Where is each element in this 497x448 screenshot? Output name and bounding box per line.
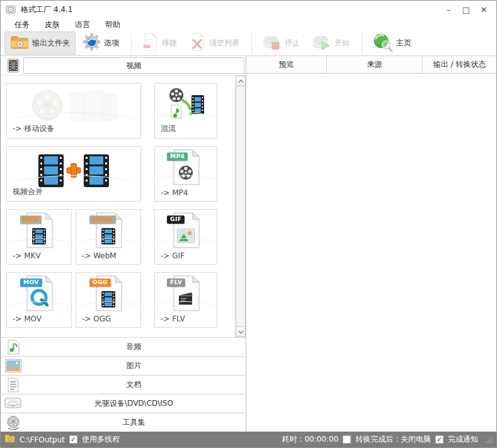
category-toolkit[interactable]: 工具集 xyxy=(1,413,246,432)
column-source[interactable]: 来源 xyxy=(327,56,423,73)
output-path[interactable]: C:\FFOutput xyxy=(20,435,65,444)
category-document[interactable]: 文档 xyxy=(1,375,246,394)
options-button[interactable]: 选项 xyxy=(77,30,125,56)
category-disc[interactable]: 光驱设备\DVD\CD\ISO xyxy=(1,394,246,413)
video-join-icon xyxy=(7,153,140,188)
card-video-join[interactable]: 视频合并 xyxy=(6,146,141,202)
remove-label: 移除 xyxy=(162,38,177,49)
menu-help[interactable]: 帮助 xyxy=(98,19,128,31)
card-label: -> MOV xyxy=(13,314,42,323)
disc-drive-icon xyxy=(3,397,23,410)
scroll-up-button[interactable] xyxy=(236,76,246,86)
multithread-checkbox[interactable]: ✓ xyxy=(69,435,77,444)
format-badge: webm xyxy=(89,215,116,224)
card-mobile-device[interactable]: -> 移动设备 xyxy=(6,83,141,139)
mobile-device-icon xyxy=(7,89,140,125)
app-window: 格式工厂 4.4.1 – □ ✕ 任务 皮肤 语言 帮助 输出文件夹 选项 xyxy=(0,0,497,448)
mux-icon xyxy=(155,86,217,123)
format-badge: MKV xyxy=(20,215,42,224)
card-mov[interactable]: MOV -> MOV xyxy=(6,272,72,328)
remove-file-icon xyxy=(142,33,159,54)
menu-task[interactable]: 任务 xyxy=(7,19,37,31)
card-label: -> WebM xyxy=(82,251,117,260)
category-picture[interactable]: 图片 xyxy=(1,356,246,375)
webm-file-icon: webm xyxy=(76,212,140,249)
chevron-up-icon xyxy=(238,79,244,83)
format-badge: MP4 xyxy=(167,152,188,161)
toolbar-separator xyxy=(131,33,132,54)
card-label: -> GIF xyxy=(161,251,185,260)
card-mux[interactable]: 混流 xyxy=(154,83,217,139)
toolkit-reel-icon xyxy=(3,415,23,430)
shutdown-checkbox[interactable] xyxy=(343,435,351,444)
close-button[interactable]: ✕ xyxy=(475,3,493,16)
mov-file-icon: MOV xyxy=(7,275,71,312)
clear-list-icon xyxy=(190,33,206,54)
output-folder-icon xyxy=(10,34,29,52)
card-label: -> FLV xyxy=(161,314,185,323)
stop-label: 停止 xyxy=(285,38,300,49)
card-label: -> MKV xyxy=(13,251,41,260)
start-button[interactable]: 开始 xyxy=(307,31,355,56)
card-label: -> OGG xyxy=(82,314,111,323)
card-flv[interactable]: FLV -> FLV xyxy=(154,272,217,328)
mp4-file-icon: MP4 xyxy=(155,149,217,186)
toolbar-separator xyxy=(251,33,252,54)
category-disc-label: 光驱设备\DVD\CD\ISO xyxy=(23,396,244,412)
start-label: 开始 xyxy=(334,38,350,49)
column-preview[interactable]: 预览 xyxy=(246,56,327,73)
card-ogg[interactable]: OGG -> OGG xyxy=(76,272,141,328)
category-video-header[interactable]: 视频 xyxy=(1,56,246,75)
card-gif[interactable]: GIF -> GIF xyxy=(154,209,217,265)
chevron-down-icon xyxy=(238,330,244,334)
minimize-button[interactable]: – xyxy=(440,3,457,16)
film-icon xyxy=(3,58,23,73)
remove-button[interactable]: 移除 xyxy=(137,30,183,56)
shutdown-label: 转换完成后 : 关闭电脑 xyxy=(355,434,431,445)
home-button[interactable]: 主页 xyxy=(367,30,417,57)
notify-label: 完成通知 xyxy=(448,434,478,445)
output-path-folder-icon[interactable] xyxy=(4,434,15,445)
menu-bar: 任务 皮肤 语言 帮助 xyxy=(1,18,496,31)
column-output-status[interactable]: 输出 / 转换状态 xyxy=(423,56,496,73)
format-badge: FLV xyxy=(167,279,185,287)
card-label: 混流 xyxy=(161,123,176,134)
app-icon xyxy=(6,4,17,15)
scrollbar-thumb[interactable] xyxy=(236,86,246,326)
flv-file-icon: FLV xyxy=(155,275,217,312)
picture-icon xyxy=(3,359,23,372)
maximize-button[interactable]: □ xyxy=(457,3,475,16)
menu-skin[interactable]: 皮肤 xyxy=(37,19,67,31)
grid-scrollbar[interactable] xyxy=(235,76,246,337)
options-gear-icon xyxy=(83,33,101,54)
gif-file-icon: GIF xyxy=(155,212,217,249)
notify-checkbox[interactable]: ✓ xyxy=(435,435,443,444)
card-mp4[interactable]: MP4 -> MP4 xyxy=(154,146,217,202)
card-webm[interactable]: webm -> WebM xyxy=(76,209,141,265)
card-mkv[interactable]: MKV -> MKV xyxy=(6,209,72,265)
ogg-file-icon: OGG xyxy=(76,275,140,312)
stop-button[interactable]: 停止 xyxy=(257,31,306,56)
output-folder-button[interactable]: 输出文件夹 xyxy=(4,32,76,55)
toolbar: 输出文件夹 选项 移除 清空列表 停止 xyxy=(1,31,496,56)
category-disc-label: 文档 xyxy=(23,377,244,393)
category-audio[interactable]: 音频 xyxy=(1,337,246,356)
scroll-down-button[interactable] xyxy=(236,326,246,337)
mkv-file-icon: MKV xyxy=(7,212,71,249)
clear-list-button[interactable]: 清空列表 xyxy=(184,30,245,56)
card-label: -> MP4 xyxy=(161,188,188,197)
home-globe-icon xyxy=(373,33,393,54)
category-picture-label: 图片 xyxy=(23,358,244,374)
format-badge: GIF xyxy=(167,215,185,224)
card-label: -> 移动设备 xyxy=(13,123,54,134)
format-badge: OGG xyxy=(89,279,111,287)
resize-grip-icon[interactable] xyxy=(486,437,493,443)
home-label: 主页 xyxy=(396,38,411,49)
options-label: 选项 xyxy=(104,38,119,49)
output-folder-label: 输出文件夹 xyxy=(32,38,70,49)
title-bar: 格式工厂 4.4.1 – □ ✕ xyxy=(1,1,496,18)
menu-language[interactable]: 语言 xyxy=(67,19,98,31)
category-video-label: 视频 xyxy=(23,57,244,74)
category-panel: 视频 -> 移动设备 xyxy=(1,56,246,432)
task-list-body[interactable] xyxy=(246,74,496,432)
